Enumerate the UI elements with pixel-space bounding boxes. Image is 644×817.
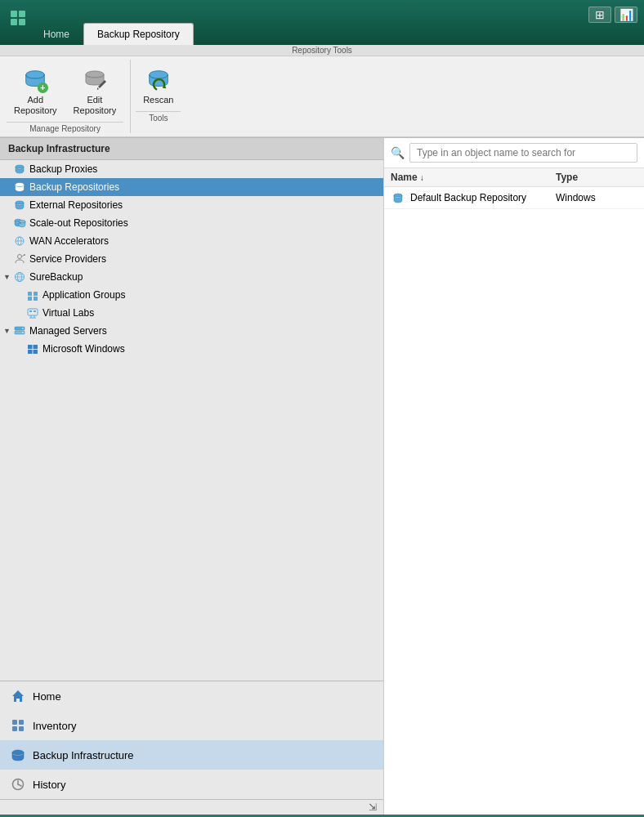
svg-rect-27 [34,292,38,296]
microsoft-windows-label: Microsoft Windows [42,343,125,355]
backup-proxies-icon [13,163,26,176]
tab-home[interactable]: Home [29,23,83,45]
managed-servers-label: Managed Servers [29,325,107,337]
search-input[interactable] [409,143,637,163]
tools-label: Tools [136,111,181,123]
tree-item-external-repositories[interactable]: External Repositories [0,196,383,214]
row-icon [391,190,405,205]
svg-point-12 [16,201,24,204]
svg-line-52 [18,784,21,786]
svg-marker-44 [12,690,24,702]
ribbon-group-label: Repository Tools [0,45,644,56]
tree-item-backup-repositories[interactable]: Backup Repositories [0,178,383,196]
application-groups-icon [26,288,39,301]
col-type-header[interactable]: Type [556,172,637,183]
search-icon: 🔍 [391,146,405,159]
edit-repository-label: EditRepository [74,95,117,116]
nav-collapse-btn[interactable]: ⇲ [0,799,383,815]
tree-item-backup-proxies[interactable]: Backup Proxies [0,160,383,178]
surebackup-icon [13,270,26,283]
virtual-labs-label: Virtual Labs [42,307,94,319]
backup-repositories-icon [13,181,26,194]
home-nav-icon [10,688,26,704]
scale-out-repositories-label: Scale-out Repositories [29,217,128,229]
rescan-label: Rescan [143,95,173,105]
tree-item-wan-accelerators[interactable]: WAN Accelerators [0,232,383,250]
nav-home-label: Home [33,690,61,703]
left-panel-header: Backup Infrastructure [0,138,383,160]
svg-rect-46 [19,720,24,725]
table-row[interactable]: Default Backup Repository Windows [384,187,644,209]
table-header: Name ↓ Type [384,168,644,187]
svg-rect-28 [28,297,32,301]
svg-rect-29 [34,297,38,301]
left-panel: Backup Infrastructure Backup Proxies [0,138,384,815]
backup-proxies-label: Backup Proxies [29,163,97,175]
managed-servers-icon [13,324,26,337]
svg-rect-40 [28,345,33,349]
nav-inventory-label: Inventory [33,720,76,732]
svg-rect-41 [34,345,38,349]
nav-backup-infrastructure-label: Backup Infrastructure [33,749,134,761]
app-icon [7,7,29,29]
backup-infra-nav-icon [10,747,26,763]
bottom-nav: Home Inventory [0,681,383,815]
add-repository-button[interactable]: + AddRepository [7,63,65,120]
top-right-icons: ⊞ 📊 [588,7,637,23]
surebackup-label: SureBackup [29,271,83,283]
manage-repository-label: Manage Repository [7,122,123,133]
service-providers-label: Service Providers [29,253,106,265]
microsoft-windows-icon [26,342,39,355]
tree-item-scale-out-repositories[interactable]: Scale-out Repositories [0,214,383,232]
tree-item-application-groups[interactable]: Application Groups [0,286,383,304]
svg-rect-2 [11,19,17,25]
nav-home[interactable]: Home [0,681,383,711]
rescan-button[interactable]: Rescan [136,63,181,109]
tab-backup-repository[interactable]: Backup Repository [83,23,194,45]
edit-repository-button[interactable]: EditRepository [66,63,124,120]
chart-icon[interactable]: 📊 [615,7,637,23]
tree-item-virtual-labs[interactable]: Virtual Labs [0,304,383,322]
svg-rect-0 [11,11,17,17]
tree-container: Backup Proxies Backup Repositories [0,160,383,681]
tree-item-service-providers[interactable]: Service Providers [0,250,383,268]
col-name-header[interactable]: Name ↓ [391,172,556,183]
svg-rect-43 [34,350,38,354]
scale-out-repositories-icon [13,217,26,230]
content-table: Name ↓ Type Default Backup Repository Wi… [384,168,644,815]
row-name: Default Backup Repository [410,192,556,203]
svg-point-14 [19,221,25,224]
svg-point-53 [394,194,402,197]
nav-history[interactable]: History [0,770,383,799]
history-nav-icon [10,776,26,792]
svg-rect-3 [19,19,25,25]
svg-point-10 [16,165,24,168]
tree-item-microsoft-windows[interactable]: Microsoft Windows [0,340,383,358]
svg-rect-47 [12,726,17,731]
service-providers-icon [13,252,26,266]
external-repositories-label: External Repositories [29,199,123,211]
svg-rect-1 [19,11,25,17]
sort-arrow-icon: ↓ [420,173,424,182]
right-panel: 🔍 Name ↓ Type Default Backup Repository [384,138,644,815]
svg-rect-42 [28,350,33,354]
edit-repository-icon [82,67,108,93]
svg-rect-31 [29,310,32,312]
tree-item-surebackup[interactable]: ▼ SureBackup [0,268,383,286]
minimize-icon[interactable]: ⊞ [588,7,611,23]
svg-point-38 [22,328,24,330]
tree-item-managed-servers[interactable]: ▼ Managed Servers [0,322,383,340]
wan-accelerators-label: WAN Accelerators [29,235,109,247]
svg-point-11 [16,183,24,186]
rescan-icon [145,67,172,93]
ribbon: + AddRepository EditRepository [0,56,644,137]
add-repository-icon: + [22,67,48,93]
nav-inventory[interactable]: Inventory [0,711,383,740]
nav-backup-infrastructure[interactable]: Backup Infrastructure [0,740,383,770]
svg-point-18 [18,255,22,259]
collapse-icon: ⇲ [369,801,377,813]
application-groups-label: Application Groups [42,289,125,301]
svg-rect-26 [28,292,32,296]
ribbon-section-tools: Rescan Tools [136,60,187,123]
add-repository-label: AddRepository [14,95,57,116]
